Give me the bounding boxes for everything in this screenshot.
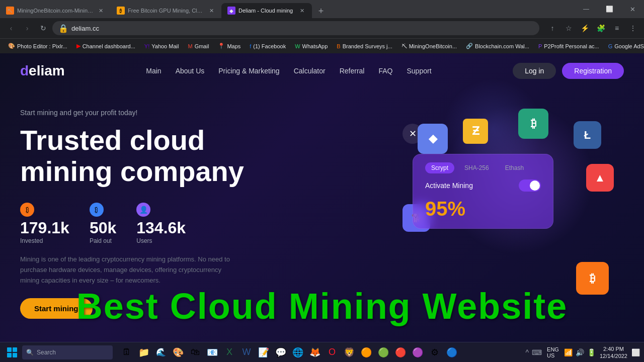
address-bar[interactable]: 🔒 deliam.cc — [52, 21, 539, 35]
stat-icon-paidout: ₿ — [90, 203, 104, 217]
tb-app-app6[interactable]: 🔵 — [444, 344, 460, 360]
reload-button[interactable]: ↻ — [36, 21, 50, 35]
tb-app-paint[interactable]: 🎨 — [170, 344, 186, 360]
nav-referral[interactable]: Referral — [340, 67, 365, 75]
hero-subtitle: Start mining and get your profit today! — [20, 109, 624, 117]
collections-button[interactable]: ≡ — [610, 21, 624, 35]
register-button[interactable]: Registration — [562, 63, 624, 79]
bookmark-branded[interactable]: B Branded Surveys j... — [333, 42, 396, 50]
taskbar-search[interactable]: 🔍 Search — [22, 345, 113, 359]
nav-faq[interactable]: FAQ — [378, 67, 392, 75]
stat-invested: ₿ 179.1k Invested — [20, 203, 69, 244]
bookmark-youtube[interactable]: ▶ Channel dashboard... — [72, 42, 139, 50]
tb-app-excel[interactable]: X — [221, 344, 237, 360]
bookmark-label: Yahoo Mail — [151, 43, 179, 49]
start-button[interactable] — [4, 344, 20, 360]
bookmark-p2profit[interactable]: P P2Profit Personal ac... — [534, 42, 603, 50]
tb-app-app3[interactable]: 🔴 — [392, 344, 409, 360]
browser-actions: ↑ ☆ ⚡ 🧩 ≡ ⋮ — [545, 21, 640, 35]
tb-app-app5[interactable]: ⚙ — [427, 344, 443, 360]
tb-app-edge[interactable]: 🌊 — [153, 344, 169, 360]
nav-calculator[interactable]: Calculator — [294, 67, 326, 75]
tab-title-1: MiningOneBitcoin.com-Mining... — [17, 8, 94, 14]
settings-button[interactable]: ⋮ — [626, 21, 640, 35]
tab-favicon-1: ⛏ — [6, 7, 14, 15]
bookmark-icon: 🔗 — [466, 43, 473, 49]
tab-3[interactable]: ◆ Deliam - Cloud mining ✕ — [221, 3, 312, 18]
tb-app-mail[interactable]: 📧 — [204, 344, 220, 360]
bookmark-label: Maps — [227, 43, 240, 49]
stat-icon-invested: ₿ — [20, 203, 34, 217]
tb-app-widgets[interactable]: 🗓 — [119, 344, 135, 360]
maximize-button[interactable]: ⬜ — [598, 0, 621, 18]
tab-close-3[interactable]: ✕ — [298, 7, 306, 15]
nav-support[interactable]: Support — [407, 67, 432, 75]
tb-app-firefox[interactable]: 🦊 — [307, 344, 323, 360]
clock[interactable]: 2:40 PM 12/14/2022 — [600, 345, 627, 358]
tb-app-opera[interactable]: O — [324, 344, 340, 360]
tb-app-store[interactable]: 🛍 — [187, 344, 203, 360]
bookmark-label: P2Profit Personal ac... — [544, 43, 599, 49]
back-button[interactable]: ‹ — [4, 21, 18, 35]
tab-1[interactable]: ⛏ MiningOneBitcoin.com-Mining... ✕ — [0, 3, 111, 18]
extensions-button[interactable]: 🧩 — [594, 21, 608, 35]
stat-value-invested: 179.1k — [20, 219, 69, 237]
bookmark-mining1[interactable]: ⛏ MiningOneBitcoin... — [397, 42, 461, 50]
bookmark-yahoo[interactable]: Y! Yahoo Mail — [140, 42, 183, 50]
windows-logo — [7, 347, 17, 357]
nav-about[interactable]: About Us — [176, 67, 205, 75]
bookmark-label: Branded Surveys j... — [343, 43, 392, 49]
browser-chrome: ⛏ MiningOneBitcoin.com-Mining... ✕ ₿ Fre… — [0, 0, 644, 53]
clock-time: 2:40 PM — [603, 345, 624, 352]
nav-main[interactable]: Main — [146, 67, 161, 75]
bookmark-icon: M — [188, 43, 192, 49]
tb-app-onenote[interactable]: 📝 — [256, 344, 272, 360]
search-text: Search — [37, 349, 56, 356]
bookmark-whatsapp[interactable]: W WhatsApp — [291, 42, 332, 50]
minimize-button[interactable]: — — [575, 0, 598, 18]
tray-keyboard: ⌨ — [532, 348, 542, 356]
tb-app-app2[interactable]: 🟢 — [375, 344, 391, 360]
bookmark-icon: G — [608, 43, 613, 49]
bookmark-button[interactable]: ☆ — [561, 21, 576, 35]
tb-app-brave[interactable]: 🦁 — [341, 344, 357, 360]
bookmark-icon: B — [337, 43, 340, 49]
bookmark-blockchain[interactable]: 🔗 Blockchain.com Wal... — [462, 42, 533, 50]
tb-app-teams[interactable]: 💬 — [273, 344, 289, 360]
close-window-button[interactable]: ✕ — [621, 0, 644, 18]
bookmark-icon: ⛏ — [401, 43, 407, 49]
bookmark-maps[interactable]: 📍 Maps — [214, 42, 245, 50]
tab-favicon-2: ₿ — [117, 7, 125, 15]
bookmark-gmail[interactable]: M Gmail — [184, 42, 213, 50]
bookmark-adsense[interactable]: G Google AdSense — [604, 42, 644, 50]
system-tray: ^ ⌨ ENGUS 📶 🔊 🔋 — [526, 345, 596, 359]
tb-app-app4[interactable]: 🟣 — [410, 344, 426, 360]
bookmark-facebook[interactable]: f (1) Facebook — [246, 42, 290, 50]
tb-app-word[interactable]: W — [238, 344, 255, 360]
tab-favicon-3: ◆ — [227, 7, 235, 15]
bookmark-label: Gmail — [195, 43, 209, 49]
stat-label-users: Users — [136, 237, 186, 244]
taskbar: 🔍 Search 🗓 📁 🌊 🎨 🛍 📧 X W 📝 💬 🌐 🦊 O 🦁 🟠 🟢… — [0, 342, 644, 362]
bookmark-icon: ▶ — [76, 43, 80, 49]
tab-close-2[interactable]: ✕ — [207, 7, 215, 15]
tb-app-chrome[interactable]: 🌐 — [290, 344, 306, 360]
url-text: deliam.cc — [71, 25, 533, 32]
login-button[interactable]: Log in — [513, 63, 556, 79]
tab-close-1[interactable]: ✕ — [97, 7, 105, 15]
notification-center[interactable]: ⬜ — [631, 348, 640, 356]
tab-2[interactable]: ₿ Free Bitcoin GPU Mining, Cloud... ✕ — [111, 3, 221, 18]
nav-buttons: Log in Registration — [513, 63, 624, 79]
nav-pricing[interactable]: Pricing & Marketing — [218, 67, 279, 75]
tb-app-app1[interactable]: 🟠 — [358, 344, 374, 360]
edge-icon: ⚡ — [578, 21, 592, 35]
stat-value-paidout: 50k — [90, 219, 116, 237]
bookmark-label: Channel dashboard... — [83, 43, 135, 49]
tb-app-explorer[interactable]: 📁 — [136, 344, 152, 360]
bookmark-pixlr[interactable]: 🎨 Photo Editor : Pixlr... — [4, 42, 71, 50]
bookmark-label: Google AdSense — [614, 43, 644, 49]
forward-button[interactable]: › — [20, 21, 34, 35]
overlay-text: Best Cloud Mining Website — [0, 286, 644, 327]
new-tab-button[interactable]: + — [314, 4, 328, 18]
share-button[interactable]: ↑ — [545, 21, 559, 35]
